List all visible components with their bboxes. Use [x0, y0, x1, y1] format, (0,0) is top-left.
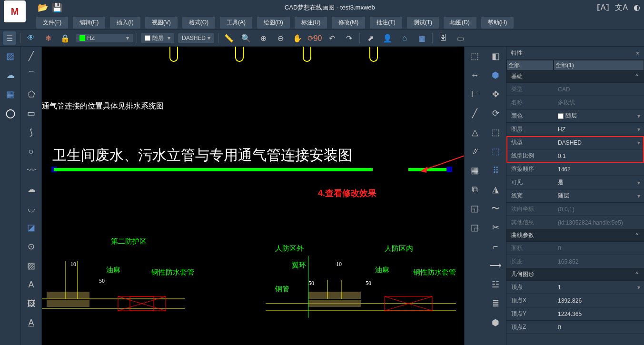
- prop-vy-input[interactable]: 1224.365: [555, 311, 644, 317]
- 4dots-icon[interactable]: ⠿: [485, 161, 506, 180]
- cube-icon[interactable]: ⬢: [485, 313, 506, 332]
- theme-icon[interactable]: ◐: [634, 3, 640, 13]
- text-icon[interactable]: A: [21, 275, 41, 294]
- line-icon[interactable]: ╱: [21, 47, 41, 66]
- mirror-tri-icon[interactable]: △: [465, 123, 485, 142]
- prop-color-select[interactable]: 随层: [555, 112, 644, 120]
- prop-vz-input[interactable]: 0: [555, 324, 644, 331]
- copy-icon[interactable]: ⧉: [465, 180, 485, 199]
- mtext-icon[interactable]: A: [21, 313, 41, 332]
- section-geom[interactable]: 几何图形⌃: [506, 268, 644, 281]
- color-select[interactable]: 随层▾: [141, 33, 174, 43]
- filter-select-1[interactable]: 全部: [506, 60, 554, 70]
- prop-linetype-select[interactable]: DASHED: [555, 139, 644, 146]
- filter-select-2[interactable]: 全部(1): [554, 60, 644, 70]
- menu-test[interactable]: 测试(T): [407, 17, 439, 29]
- save-web-icon[interactable]: 💾: [51, 2, 63, 13]
- layer-select[interactable]: HZ▾: [76, 34, 133, 42]
- curve-icon[interactable]: ⟆: [21, 123, 41, 142]
- array-icon[interactable]: ▦: [465, 161, 485, 180]
- menu-insert[interactable]: 插入(I): [110, 17, 140, 29]
- box-icon[interactable]: ⬈: [364, 31, 377, 45]
- send-back-icon[interactable]: ◱: [465, 199, 485, 218]
- menu-comment[interactable]: 批注(T): [370, 17, 402, 29]
- circle-icon[interactable]: ○: [21, 142, 41, 161]
- scale-icon[interactable]: ⬚: [485, 123, 506, 142]
- menu-modify[interactable]: 修改(M): [332, 17, 365, 29]
- prop-layer-select[interactable]: HZ: [555, 126, 644, 133]
- zoom-out-icon[interactable]: ⊖: [274, 31, 287, 45]
- extend-icon[interactable]: ⟶: [485, 256, 506, 275]
- menu-help[interactable]: 帮助(H): [481, 17, 514, 29]
- layers-icon[interactable]: ☰: [3, 31, 16, 45]
- rotate-view-icon[interactable]: ⟳90: [308, 31, 321, 45]
- prop-linescale-input[interactable]: 0.1: [555, 153, 644, 159]
- rotate-icon[interactable]: ⟳: [485, 104, 506, 123]
- redo-icon[interactable]: ↷: [342, 31, 356, 45]
- bring-front-icon[interactable]: ◲: [465, 218, 485, 237]
- move-arrows-icon[interactable]: ↔: [465, 66, 485, 85]
- translate-icon[interactable]: 文A: [615, 3, 628, 13]
- menu-view[interactable]: 视图(V): [145, 17, 178, 29]
- lock-icon[interactable]: 🔒: [59, 31, 72, 45]
- section-base[interactable]: 基础⌃: [506, 70, 644, 83]
- prop-vertex-select[interactable]: 1: [555, 284, 644, 291]
- prop-visible-select[interactable]: 是: [555, 178, 644, 187]
- drawing-canvas[interactable]: 通气管连接的位置具体见排水系统图 卫生间废水、污水立管与专用通气管连接安装图 4…: [42, 47, 464, 345]
- cloud-icon[interactable]: ☁: [0, 66, 20, 85]
- zoom-in-icon[interactable]: ⊕: [257, 31, 270, 45]
- offset-icon[interactable]: ⫽: [465, 142, 485, 161]
- circle-bold-icon[interactable]: ◯: [0, 104, 20, 123]
- freeze-icon[interactable]: ❄: [41, 31, 55, 45]
- mirror-icon[interactable]: ◮: [485, 180, 506, 199]
- menu-file[interactable]: 文件(F): [36, 17, 68, 29]
- trim-icon[interactable]: ✂: [485, 218, 506, 237]
- db-icon[interactable]: 🗄: [436, 31, 450, 45]
- user-icon[interactable]: 👤: [381, 31, 394, 45]
- eye-icon[interactable]: 👁: [24, 31, 38, 45]
- node-icon[interactable]: ⬢: [485, 66, 506, 85]
- open-icon[interactable]: 📂: [37, 2, 49, 13]
- prop-linewidth-select[interactable]: 随层: [555, 192, 644, 200]
- rect-icon[interactable]: ▭: [21, 104, 41, 123]
- menu-tools[interactable]: 工具(A): [220, 17, 252, 29]
- home-icon[interactable]: ⌂: [398, 31, 411, 45]
- eraser-icon[interactable]: ◧: [485, 47, 506, 66]
- hatch2-icon[interactable]: ▨: [21, 256, 41, 275]
- measure-icon[interactable]: 📏: [222, 31, 236, 45]
- prop-render-input[interactable]: 1462: [555, 166, 644, 173]
- fillet-icon[interactable]: ⌐: [485, 237, 506, 256]
- grid-icon[interactable]: ▦: [415, 31, 428, 45]
- stack-icon[interactable]: ≣: [485, 294, 506, 313]
- hatch-icon[interactable]: ▨: [0, 47, 20, 66]
- table-icon[interactable]: ▦: [0, 85, 20, 104]
- line-tool-icon[interactable]: ╱: [465, 104, 485, 123]
- revcloud-icon[interactable]: ☁: [21, 180, 41, 199]
- selected-line[interactable]: [218, 168, 373, 171]
- linetype-select[interactable]: DASHED▾: [178, 33, 214, 43]
- align-icon[interactable]: ☳: [485, 275, 506, 294]
- undo-icon[interactable]: ↶: [325, 31, 338, 45]
- break-icon[interactable]: ⊢: [465, 85, 485, 104]
- image-icon[interactable]: 🖼: [21, 294, 41, 313]
- block-icon[interactable]: ◪: [21, 218, 41, 237]
- section-curve[interactable]: 曲线参数⌃: [506, 229, 644, 242]
- close-icon[interactable]: ×: [636, 50, 639, 57]
- menu-dim[interactable]: 标注(U): [295, 17, 327, 29]
- menu-map[interactable]: 地图(D): [444, 17, 476, 29]
- move-icon[interactable]: ✥: [485, 85, 506, 104]
- menu-format[interactable]: 格式(O): [182, 17, 215, 29]
- arc2-icon[interactable]: ◡: [21, 199, 41, 218]
- select-rect-icon[interactable]: ⬚: [485, 142, 506, 161]
- ai-icon[interactable]: ⟦A⟧: [597, 3, 610, 13]
- arc-icon[interactable]: ⌒: [21, 66, 41, 85]
- pan-icon[interactable]: ✋: [291, 31, 304, 45]
- crop-icon[interactable]: ⬚: [465, 47, 485, 66]
- point-icon[interactable]: ⊙: [21, 237, 41, 256]
- polygon-icon[interactable]: ⬠: [21, 85, 41, 104]
- wave-icon[interactable]: 〰: [21, 161, 41, 180]
- zoom-window-icon[interactable]: 🔍: [239, 31, 253, 45]
- screen-icon[interactable]: ▭: [454, 31, 467, 45]
- menu-edit[interactable]: 编辑(E): [73, 17, 105, 29]
- prop-vx-input[interactable]: 1392.826: [555, 297, 644, 304]
